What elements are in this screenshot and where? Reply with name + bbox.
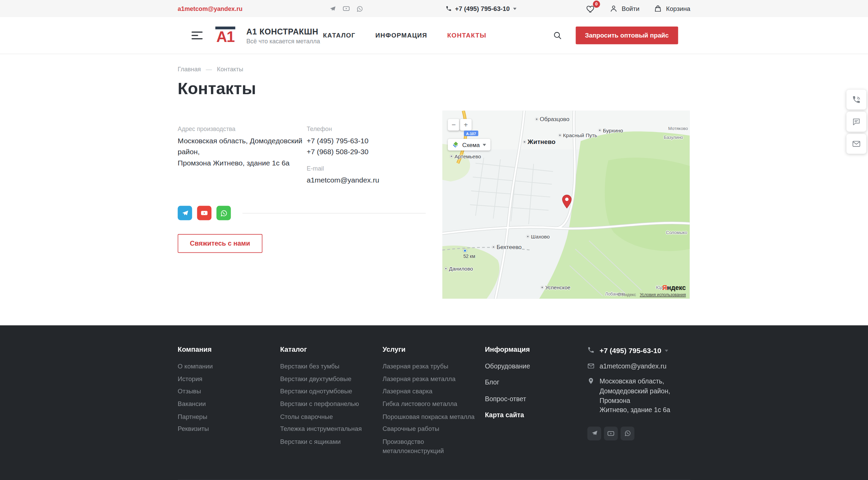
breadcrumb-separator: — bbox=[206, 66, 212, 72]
location-pin-icon bbox=[587, 377, 595, 384]
footer-link[interactable]: Партнеры bbox=[178, 412, 280, 421]
footer-link[interactable]: Столы сварочные bbox=[280, 412, 383, 421]
request-price-button[interactable]: Запросить оптовый прайс bbox=[575, 27, 678, 44]
contact-socials bbox=[178, 206, 442, 220]
zoom-in-button[interactable]: + bbox=[460, 119, 472, 131]
breadcrumb-home[interactable]: Главная bbox=[178, 66, 201, 72]
nav-catalog[interactable]: КАТАЛОГ bbox=[323, 32, 355, 39]
map-place: Артемьево bbox=[450, 153, 481, 159]
footer-link[interactable]: Вакансии bbox=[178, 399, 280, 409]
whatsapp-icon[interactable] bbox=[216, 206, 231, 220]
phone-link-1[interactable]: +7 (495) 795-63-10 bbox=[307, 135, 436, 147]
footer-link[interactable]: Лазерная резка трубы bbox=[383, 362, 485, 371]
favorites-count-badge: 0 bbox=[593, 0, 600, 8]
footer-socials bbox=[587, 426, 691, 440]
topbar-phone[interactable]: +7 (495) 795-63-10 bbox=[446, 5, 516, 12]
scale-label: 52 км bbox=[463, 253, 475, 259]
phone-link-2[interactable]: +7 (968) 508-29-30 bbox=[307, 147, 436, 158]
footer-link[interactable]: Верстаки без тумбы bbox=[280, 362, 383, 371]
topbar-socials bbox=[329, 5, 363, 12]
topbar-email-link[interactable]: a1metcom@yandex.ru bbox=[178, 5, 243, 12]
topbar-phone-number: +7 (495) 795-63-10 bbox=[455, 5, 510, 12]
user-icon bbox=[610, 4, 618, 13]
footer-link[interactable]: Тележка инструментальная bbox=[280, 425, 383, 434]
footer-link[interactable]: Сварочные работы bbox=[383, 425, 485, 434]
mail-icon[interactable] bbox=[846, 134, 866, 154]
yandex-logo[interactable]: Яндекс bbox=[662, 284, 686, 292]
search-icon[interactable] bbox=[553, 31, 563, 40]
map-copyright: © Яндекс bbox=[618, 292, 636, 297]
whatsapp-icon[interactable] bbox=[357, 5, 363, 12]
callback-icon[interactable] bbox=[846, 90, 866, 110]
yandex-map[interactable]: Образцово Бурхино Мотяково Базулино Крас… bbox=[442, 111, 690, 299]
logo[interactable]: А1 bbox=[215, 26, 235, 45]
chat-icon[interactable] bbox=[846, 112, 866, 132]
chevron-down-icon bbox=[665, 350, 668, 352]
footer-column-information: Информация Оборудование Блог Вопрос-отве… bbox=[485, 346, 587, 459]
map-place: Бурхино bbox=[598, 127, 623, 133]
telegram-icon[interactable] bbox=[329, 5, 336, 12]
layers-icon bbox=[452, 141, 459, 148]
youtube-icon[interactable] bbox=[604, 426, 618, 440]
map-place: Житнево bbox=[523, 138, 556, 145]
footer-column-title: Услуги bbox=[383, 346, 485, 354]
footer-link[interactable]: О компании bbox=[178, 362, 280, 371]
footer-column-services: Услуги Лазерная резка трубы Лазерная рез… bbox=[383, 346, 485, 459]
youtube-icon[interactable] bbox=[343, 5, 350, 12]
footer-column-title: Информация bbox=[485, 346, 587, 354]
breadcrumb: Главная — Контакты bbox=[178, 66, 691, 72]
chevron-down-icon bbox=[483, 144, 486, 146]
footer-link[interactable]: Лазерная резка металла bbox=[383, 374, 485, 383]
map-scale: 52 км bbox=[463, 249, 475, 259]
map-layer-label: Схема bbox=[462, 141, 480, 148]
footer-link[interactable]: Блог bbox=[485, 378, 587, 388]
contacts-content: Адрес производства Московская область, Д… bbox=[178, 111, 691, 299]
address-block: Адрес производства Московская область, Д… bbox=[178, 126, 307, 186]
map-attribution: © Яндекс Условия использования bbox=[618, 292, 686, 297]
breadcrumb-current: Контакты bbox=[217, 66, 243, 72]
footer-link-sitemap[interactable]: Карта сайта bbox=[485, 411, 587, 420]
footer-link[interactable]: Верстаки однотумбовые bbox=[280, 387, 383, 396]
road-number-badge: А-107 bbox=[464, 131, 478, 136]
footer-link[interactable]: Производство металлоконструкций bbox=[383, 437, 485, 455]
main-nav: КАТАЛОГ ИНФОРМАЦИЯ КОНТАКТЫ bbox=[323, 32, 486, 39]
scale-dot bbox=[463, 249, 467, 252]
footer-address: Московская область, Домодедовский район,… bbox=[599, 377, 690, 416]
email-link[interactable]: a1metcom@yandex.ru bbox=[307, 175, 436, 186]
float-widgets bbox=[846, 90, 866, 154]
footer-phone[interactable]: +7 (495) 795-63-10 bbox=[599, 346, 668, 357]
footer-link[interactable]: Лазерная сварка bbox=[383, 387, 485, 396]
footer-link[interactable]: Вопрос-ответ bbox=[485, 394, 587, 404]
footer-link[interactable]: Верстаки двухтумбовые bbox=[280, 374, 383, 383]
nav-information[interactable]: ИНФОРМАЦИЯ bbox=[375, 32, 427, 39]
map-pin-icon[interactable] bbox=[561, 194, 573, 209]
favorites-button[interactable]: 0 bbox=[586, 4, 595, 13]
telegram-icon[interactable] bbox=[587, 426, 601, 440]
youtube-icon[interactable] bbox=[197, 206, 211, 220]
contact-info: Адрес производства Московская область, Д… bbox=[178, 111, 442, 299]
footer-link[interactable]: Оборудование bbox=[485, 362, 587, 372]
footer-link[interactable]: Реквизиты bbox=[178, 425, 280, 434]
map-place: Соломыко bbox=[666, 230, 687, 235]
footer-link[interactable]: Порошковая покраска металла bbox=[383, 412, 485, 421]
footer-column-title: Компания bbox=[178, 346, 280, 354]
footer-email[interactable]: a1metcom@yandex.ru bbox=[599, 362, 666, 371]
telegram-icon[interactable] bbox=[178, 206, 192, 220]
contact-us-button[interactable]: Свяжитесь с нами bbox=[178, 234, 262, 253]
footer-link[interactable]: Верстаки с ящиками bbox=[280, 437, 383, 446]
map-layer-selector[interactable]: Схема bbox=[448, 139, 490, 150]
zoom-out-button[interactable]: − bbox=[448, 119, 459, 131]
footer-link[interactable]: Верстаки с перфопанелью bbox=[280, 399, 383, 409]
cart-button[interactable]: Корзина bbox=[654, 4, 691, 13]
login-button[interactable]: Войти bbox=[610, 4, 640, 13]
footer-link[interactable]: Гибка листового металла bbox=[383, 399, 485, 409]
mail-icon bbox=[587, 362, 595, 369]
whatsapp-icon[interactable] bbox=[621, 426, 635, 440]
address-line-2: Промзона Житнево, здание 1с 6а bbox=[178, 158, 307, 169]
nav-contacts[interactable]: КОНТАКТЫ bbox=[447, 32, 486, 39]
map-place: Шахово bbox=[526, 233, 550, 239]
footer-link[interactable]: История bbox=[178, 374, 280, 383]
footer-link[interactable]: Отзывы bbox=[178, 387, 280, 396]
map-terms-link[interactable]: Условия использования bbox=[640, 292, 686, 297]
menu-burger-icon[interactable] bbox=[191, 31, 202, 39]
